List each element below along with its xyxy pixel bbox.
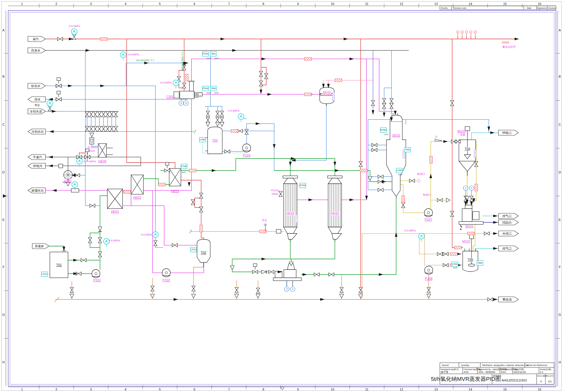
grid-col: 5	[159, 2, 161, 6]
valve-symbol	[102, 112, 105, 117]
flag-label: 自来水	[31, 49, 40, 52]
valve-symbol	[279, 191, 282, 197]
instrument-tag: TI043	[405, 149, 410, 151]
shell-tube-hx-he05	[328, 176, 342, 242]
tb-article: Article No./Reference	[526, 364, 547, 367]
grid-col: 12	[400, 388, 403, 391]
valve-symbol	[98, 238, 102, 243]
flag-steam-in: 蒸汽	[28, 36, 45, 42]
grid-col: 3	[90, 388, 92, 391]
label-he01: HE01	[111, 210, 119, 213]
grid-col: 12	[400, 2, 403, 6]
pumps	[92, 144, 433, 278]
grid-col: 4	[125, 388, 126, 391]
arrow-symbol	[303, 273, 307, 276]
arrow-symbol	[48, 98, 53, 101]
instrument-tag: LT041	[397, 169, 402, 171]
drawing-sheet: 1 2 3 4 5 6 7 8 9 10 11 12 13 14 15 16 1…	[0, 0, 563, 392]
flag-label: 排气口	[502, 214, 512, 218]
label-he05: HE05	[331, 212, 339, 215]
valve-symbol	[340, 287, 343, 293]
grid-row: F	[3, 265, 5, 269]
phatch-symbol	[474, 149, 476, 158]
label-p108: P108	[425, 277, 433, 280]
note-line-spec-vertical: 20-10HS01-?-?	[181, 52, 184, 70]
valve-symbol	[192, 286, 195, 291]
tie-point-3: 3	[286, 288, 287, 291]
cooling-water-lines	[45, 50, 489, 248]
note-low-point-drain: 最低点排空	[502, 45, 516, 48]
arrow-symbol	[493, 215, 498, 217]
note-sample-port: 取样口	[423, 193, 431, 196]
note-pressure: 0-0.6MPa	[69, 25, 80, 28]
hatch-symbol	[200, 225, 203, 232]
flag-accident-pool: 事故池	[498, 297, 518, 302]
note-pressure: 0-0.6MPa	[228, 109, 239, 112]
gauge-symbol	[47, 100, 53, 109]
label-m103-mode: 变频	[460, 133, 466, 136]
size-label: G1/2"	[384, 134, 389, 135]
valve-symbol	[401, 202, 405, 208]
label-t05: T05	[468, 258, 473, 261]
tie-point-4: 4	[292, 288, 293, 291]
grid-col: 6	[194, 388, 195, 391]
circulation-pump	[273, 264, 301, 287]
grid-row: B	[2, 75, 4, 78]
valve-symbol	[437, 198, 442, 202]
valve-symbol	[114, 126, 118, 132]
grid-row: G	[559, 313, 561, 316]
valve-symbol	[256, 288, 260, 293]
grid-row: D	[2, 171, 5, 174]
valve-symbol	[443, 263, 448, 267]
label-t01: T01	[56, 263, 62, 267]
valve-symbol	[378, 188, 383, 192]
vent-symbol	[457, 31, 459, 36]
arrow-symbol	[488, 127, 490, 131]
valve-symbol	[259, 71, 263, 76]
valve-symbol	[88, 238, 92, 243]
arrow-symbol	[493, 298, 498, 301]
grid-col: 1	[21, 2, 23, 6]
label-se03: SE03	[323, 91, 331, 94]
hatch-symbol	[335, 79, 342, 82]
arrow-symbol	[267, 93, 272, 96]
hatch-symbol	[304, 57, 311, 60]
hatch-symbol	[455, 246, 462, 249]
valve-symbol	[372, 143, 377, 147]
label-he03: HE03	[171, 189, 179, 193]
grid-row: F	[559, 265, 561, 269]
grid-col: 15	[503, 2, 507, 6]
valve-symbol	[220, 111, 224, 116]
funnel-symbol	[427, 294, 431, 298]
flag-exhaust-out-1: 排气口	[498, 213, 518, 219]
arrow-symbol	[52, 110, 56, 113]
revision-checked-header: Checked	[547, 7, 556, 9]
size-label: G1/2"	[206, 92, 211, 94]
arrow-symbol	[350, 58, 354, 60]
size-label: G1/2"	[398, 174, 403, 175]
valve-symbol	[269, 270, 274, 274]
arrow-symbol	[490, 132, 495, 134]
gauge-symbol	[238, 114, 244, 122]
valve-symbol	[390, 98, 393, 104]
flag-ditch-out: 排地沟	[28, 163, 45, 168]
label-m102: M102	[462, 240, 470, 243]
grid-col: 7	[228, 2, 230, 6]
label-t02: T02	[201, 251, 206, 254]
revision-signature-header: Signature	[537, 7, 546, 9]
grid-col: 15	[503, 388, 507, 391]
arrow-symbol	[320, 298, 325, 301]
flag-exhaust-out-2: 排气口	[498, 246, 518, 251]
flag-noncondensable-out: 不凝汽	[28, 154, 45, 160]
revision-note-header: Revision note	[453, 7, 466, 9]
arrow-symbol	[100, 85, 105, 87]
pid-canvas: 1 2 3 4 5 6 7 8 9 10 11 12 13 14 15 16 1…	[0, 0, 563, 392]
arrow-symbol	[379, 273, 383, 276]
flag-breather-out: 呼吸口	[498, 130, 518, 135]
plate-hx-he02	[131, 175, 143, 194]
valve-symbol	[81, 258, 86, 262]
valve-symbol	[235, 287, 238, 293]
note-pressure: 0-0.6MPa	[141, 233, 152, 236]
hatch-symbol	[124, 190, 131, 193]
tb-scale-value: 1:1	[540, 371, 543, 374]
